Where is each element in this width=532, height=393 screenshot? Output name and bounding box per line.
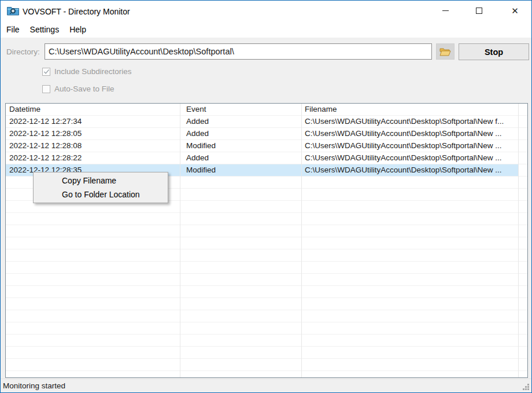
directory-input[interactable] (45, 43, 432, 60)
cell-filler (518, 347, 527, 358)
resize-grip-icon[interactable] (522, 383, 530, 391)
cell-filename (301, 347, 518, 358)
cell-filler (518, 225, 527, 237)
app-icon (7, 6, 19, 16)
minimize-icon (442, 10, 449, 11)
close-icon: ✕ (511, 6, 519, 15)
cell-filename (301, 322, 518, 334)
cell-datetime (6, 274, 180, 285)
cell-event (180, 262, 301, 273)
open-folder-icon (439, 47, 451, 56)
table-row[interactable]: 2022-12-12 12:28:05AddedC:\Users\WDAGUti… (6, 128, 527, 140)
auto-save-label: Auto-Save to File (54, 85, 114, 93)
table-empty-row (6, 213, 527, 225)
table-empty-row (6, 335, 527, 347)
table-empty-row (6, 347, 527, 359)
table-empty-row (6, 298, 527, 310)
maximize-button[interactable] (466, 1, 492, 20)
cell-filler (518, 189, 527, 200)
cell-event (180, 359, 301, 370)
column-header-filename[interactable]: Filename (301, 104, 518, 115)
cell-filler (518, 335, 527, 346)
cell-filename (301, 359, 518, 370)
table-row[interactable]: 2022-12-12 12:27:34AddedC:\Users\WDAGUti… (6, 116, 527, 128)
table-empty-row (6, 225, 527, 237)
status-text: Monitoring started (3, 381, 65, 390)
browse-folder-button[interactable] (436, 43, 455, 60)
context-menu: Copy Filename Go to Folder Location (33, 172, 168, 203)
cell-event (180, 322, 301, 334)
check-icon (43, 69, 50, 75)
menu-file[interactable]: File (1, 23, 25, 36)
include-subdirectories-checkbox[interactable] (42, 68, 50, 76)
cell-datetime (6, 262, 180, 273)
cell-event: Added (180, 116, 301, 127)
cell-event (180, 371, 301, 378)
cell-filename (301, 274, 518, 285)
cell-filename (301, 371, 518, 378)
cell-event: Modified (180, 164, 301, 176)
cell-filename: C:\Users\WDAGUtilityAccount\Desktop\Soft… (301, 152, 518, 164)
window-title: VOVSOFT - Directory Monitor (23, 7, 130, 16)
cell-event (180, 286, 301, 297)
table-body: 2022-12-12 12:27:34AddedC:\Users\WDAGUti… (6, 116, 527, 378)
context-menu-go-to-folder[interactable]: Go to Folder Location (34, 188, 168, 201)
cell-filename (301, 262, 518, 273)
context-menu-copy-filename[interactable]: Copy Filename (34, 174, 168, 188)
cell-filename (301, 298, 518, 310)
column-header-event[interactable]: Event (180, 104, 301, 115)
cell-filler (518, 359, 527, 370)
cell-filename: C:\Users\WDAGUtilityAccount\Desktop\Soft… (301, 140, 518, 152)
cell-filler (518, 164, 527, 176)
table-empty-row (6, 286, 527, 298)
close-button[interactable]: ✕ (502, 1, 528, 20)
cell-datetime (6, 225, 180, 237)
cell-datetime (6, 359, 180, 370)
maximize-icon (476, 8, 482, 14)
cell-filler (518, 286, 527, 297)
cell-event: Added (180, 152, 301, 164)
stop-button[interactable]: Stop (459, 43, 529, 60)
menu-bar: File Settings Help (1, 21, 531, 38)
cell-filler (518, 116, 527, 127)
cell-datetime (6, 310, 180, 322)
cell-filename (301, 249, 518, 261)
column-header-filler (518, 104, 527, 115)
cell-filename (301, 177, 518, 188)
table-empty-row (6, 237, 527, 249)
minimize-button[interactable] (433, 1, 459, 20)
cell-event (180, 274, 301, 285)
table-row[interactable]: 2022-12-12 12:28:22AddedC:\Users\WDAGUti… (6, 152, 527, 164)
menu-help[interactable]: Help (64, 23, 91, 36)
cell-filename: C:\Users\WDAGUtilityAccount\Desktop\Soft… (301, 116, 518, 127)
auto-save-option[interactable]: Auto-Save to File (42, 85, 114, 93)
cell-event: Modified (180, 140, 301, 152)
cell-filler (518, 274, 527, 285)
table-empty-row (6, 249, 527, 262)
cell-filename (301, 225, 518, 237)
cell-event: Added (180, 128, 301, 139)
cell-event (180, 347, 301, 358)
title-bar: VOVSOFT - Directory Monitor ✕ (1, 1, 531, 21)
cell-filename: C:\Users\WDAGUtilityAccount\Desktop\Soft… (301, 164, 518, 176)
table-empty-row (6, 322, 527, 335)
cell-datetime (6, 286, 180, 297)
table-empty-row (6, 262, 527, 274)
cell-datetime (6, 249, 180, 261)
auto-save-checkbox[interactable] (42, 85, 50, 93)
cell-filler (518, 128, 527, 139)
include-subdirectories-option[interactable]: Include Subdirectories (42, 67, 132, 76)
table-row[interactable]: 2022-12-12 12:28:08ModifiedC:\Users\WDAG… (6, 140, 527, 152)
cell-datetime (6, 371, 180, 378)
cell-event (180, 201, 301, 212)
cell-datetime: 2022-12-12 12:27:34 (6, 116, 180, 127)
directory-label: Directory: (6, 47, 40, 56)
cell-datetime (6, 213, 180, 225)
table-empty-row (6, 371, 527, 378)
menu-settings[interactable]: Settings (25, 23, 65, 36)
column-header-datetime[interactable]: Datetime (6, 104, 180, 115)
cell-datetime (6, 347, 180, 358)
cell-filename (301, 310, 518, 322)
cell-filename (301, 201, 518, 212)
event-list[interactable]: Datetime Event Filename 2022-12-12 12:27… (5, 103, 528, 378)
